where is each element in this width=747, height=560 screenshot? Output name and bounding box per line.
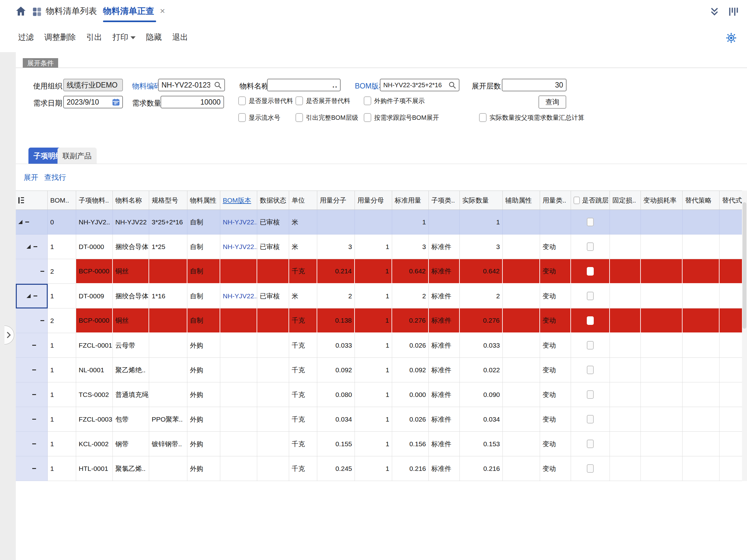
cell-fixed[interactable] [610,456,641,481]
cell-fixed[interactable] [610,358,641,382]
cell-ver[interactable]: NH-YJV22.. [220,234,257,259]
org-input[interactable] [63,79,123,91]
cell-aux[interactable] [503,210,540,234]
cell-numer[interactable]: 2 [317,284,355,308]
cell-spec[interactable] [149,358,187,382]
cell-spec[interactable]: PPO聚苯.. [149,407,187,432]
cell-numer[interactable]: 0.214 [317,259,355,284]
cell-type[interactable]: 标准件 [429,333,460,358]
cell-std[interactable]: 0.276 [392,308,429,333]
cell-numer[interactable]: 0.080 [317,382,355,407]
column-header[interactable]: BOM.. [48,190,76,210]
cell-std[interactable]: 0.092 [392,358,429,382]
toolbar-item[interactable]: 引出 [86,32,102,42]
checkbox-box[interactable] [238,113,246,122]
cell-type[interactable]: 标准件 [429,407,460,432]
cell-tree[interactable] [16,432,48,456]
column-header[interactable]: 用量分子 [317,190,355,210]
cell-cb[interactable] [571,358,610,382]
cell-bom[interactable]: 1 [48,407,76,432]
table-row[interactable]: 1DT-0000捆绞合导体1*25自制NH-YJV22..已审核米313标准件3… [16,234,747,259]
cell-strategy[interactable] [682,333,720,358]
cell-bom[interactable]: 0 [48,210,76,234]
row-checkbox[interactable] [587,243,594,251]
cell-varloss[interactable] [641,284,682,308]
column-header[interactable]: 规格型号 [149,190,187,210]
toolbar-item[interactable]: 退出 [172,32,188,42]
vertical-scrollbar-thumb[interactable] [743,202,746,329]
find-row-link[interactable]: 查找行 [44,173,66,182]
cell-usage[interactable]: 变动 [540,284,571,308]
table-row[interactable]: 1DT-0009捆绞合导体1*16自制NH-YJV22..已审核米212标准件2… [16,284,747,308]
cell-fixed[interactable] [610,432,641,456]
cell-varloss[interactable] [641,456,682,481]
cell-tree[interactable] [16,333,48,358]
cell-code[interactable]: HTL-0001 [76,456,113,481]
cell-status[interactable]: 已审核 [257,234,289,259]
cell-varloss[interactable] [641,407,682,432]
table-row[interactable]: 2BCP-0000铜丝自制千克0.13810.276标准件0.276变动 [16,308,747,333]
cell-tree[interactable] [16,259,48,284]
cell-varloss[interactable] [641,358,682,382]
checkbox-box[interactable] [364,113,371,122]
cell-aux[interactable] [503,407,540,432]
table-row[interactable]: 2BCP-0000铜丝自制千克0.21410.642标准件0.642变动 [16,259,747,284]
cell-std[interactable]: 0.026 [392,407,429,432]
cell-varloss[interactable] [641,308,682,333]
cell-name[interactable]: 捆绞合导体 [113,284,149,308]
column-header[interactable]: 物料属性 [187,190,220,210]
cell-type[interactable]: 标准件 [429,456,460,481]
cell-tree[interactable] [16,210,48,234]
cell-code[interactable]: NH-YJV2.. [76,210,113,234]
cell-code[interactable]: BCP-0000 [76,259,113,284]
collapse-dash-icon[interactable] [25,222,29,223]
cell-status[interactable] [257,259,289,284]
cell-code[interactable]: DT-0000 [76,234,113,259]
cell-name[interactable]: 铜丝 [113,259,149,284]
cell-spec[interactable]: 1*25 [149,234,187,259]
cell-name[interactable]: 云母带 [113,333,149,358]
cell-name[interactable]: 包带 [113,407,149,432]
cell-fixed[interactable] [610,382,641,407]
settings-gear-icon[interactable] [725,32,738,44]
filter-checkbox[interactable]: 外购件子项不展示 [364,96,425,105]
cell-code[interactable]: KCL-0002 [76,432,113,456]
column-header[interactable]: 用量类.. [540,190,571,210]
cell-actual[interactable]: 3 [460,234,503,259]
cell-aux[interactable] [503,432,540,456]
cell-usage[interactable]: 变动 [540,308,571,333]
collapse-dash-icon[interactable] [32,443,36,444]
apps-grid-icon[interactable] [32,6,42,17]
cell-std[interactable]: 0.000 [392,382,429,407]
cell-ver[interactable] [220,382,257,407]
table-row[interactable]: 1FZCL-0003包带PPO聚苯..外购千克0.03410.026标准件0.0… [16,407,747,432]
cell-strategy[interactable] [682,259,720,284]
cell-varloss[interactable] [641,210,682,234]
cell-actual[interactable]: 1 [460,210,503,234]
cell-unit[interactable]: 米 [289,284,317,308]
cell-tree[interactable] [16,308,48,333]
cell-actual[interactable]: 0.033 [460,333,503,358]
cell-prop[interactable]: 外购 [187,432,220,456]
checkbox-box[interactable] [364,96,371,105]
cell-status[interactable] [257,358,289,382]
cell-usage[interactable]: 变动 [540,456,571,481]
columns-tally-icon[interactable] [727,6,739,18]
cell-unit[interactable]: 米 [289,234,317,259]
close-icon[interactable]: × [160,0,165,22]
cell-prop[interactable]: 自制 [187,284,220,308]
cell-cb[interactable] [571,308,610,333]
cell-numer[interactable]: 0.034 [317,407,355,432]
cell-aux[interactable] [503,456,540,481]
collapse-dash-icon[interactable] [32,345,36,346]
filter-checkbox[interactable]: 是否显示替代料 [238,96,293,105]
row-checkbox[interactable] [587,341,594,350]
filter-panel-tab[interactable]: 展开条件 [23,58,58,68]
column-header[interactable]: 用量分母 [355,190,392,210]
cell-std[interactable]: 2 [392,284,429,308]
cell-actual[interactable]: 2 [460,284,503,308]
cell-tree[interactable] [16,456,48,481]
column-header[interactable] [16,190,48,210]
column-header[interactable]: 子项类.. [429,190,460,210]
collapse-dash-icon[interactable] [32,468,36,469]
